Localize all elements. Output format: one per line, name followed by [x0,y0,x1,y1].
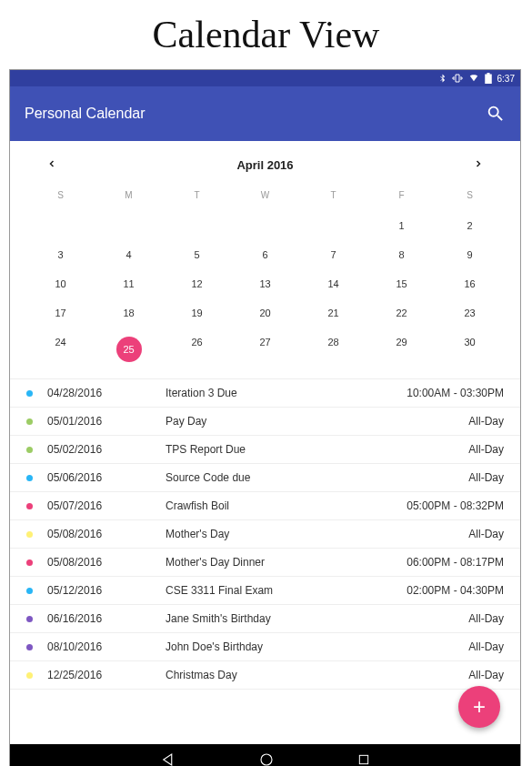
day-header: W [231,183,299,211]
calendar-day[interactable]: 18 [95,298,163,328]
calendar-day[interactable]: 9 [436,240,504,269]
event-time: All-Day [468,471,504,484]
month-label: April 2016 [236,158,293,172]
calendar-day[interactable]: 11 [95,269,163,298]
day-header: S [436,183,504,211]
search-button[interactable] [486,104,506,124]
day-header: T [163,183,231,211]
calendar-day[interactable]: 4 [95,240,163,269]
triangle-back-icon [160,751,176,766]
event-date: 12/25/2016 [47,669,166,681]
event-time: All-Day [468,640,504,653]
calendar-grid: SMTWTFS123456789101112131415161718192021… [10,183,520,371]
calendar-day[interactable]: 5 [163,240,231,269]
event-date: 06/16/2016 [47,612,166,625]
calendar-day[interactable]: 19 [163,298,231,328]
calendar-day[interactable]: 23 [436,298,504,328]
svg-rect-1 [359,755,367,763]
event-row[interactable]: 04/28/2016Iteration 3 Due10:00AM - 03:30… [10,379,520,408]
calendar-day[interactable]: 27 [231,328,299,371]
event-title: Mother's Day [166,528,468,540]
search-icon [486,104,506,124]
chevron-left-icon [46,158,57,169]
bluetooth-icon [438,73,447,84]
event-date: 05/08/2016 [47,556,166,569]
calendar-day[interactable]: 25 [95,328,163,371]
event-row[interactable]: 05/08/2016Mother's DayAll-Day [10,520,520,549]
event-row[interactable]: 05/07/2016Crawfish Boil05:00PM - 08:32PM [10,492,520,520]
day-header: F [367,183,436,211]
event-color-dot [26,616,33,622]
app-title: Personal Calendar [25,106,146,122]
calendar-day[interactable]: 13 [231,269,299,298]
battery-icon [485,73,492,84]
event-title: TPS Report Due [166,443,468,456]
event-row[interactable]: 12/25/2016Christmas DayAll-Day [10,661,520,690]
event-color-dot [26,503,33,509]
calendar-day[interactable]: 8 [367,240,436,269]
event-time: 06:00PM - 08:17PM [407,556,504,569]
status-bar: 6:37 [10,70,520,86]
calendar-day[interactable]: 15 [367,269,436,298]
calendar-day[interactable]: 3 [26,240,95,269]
calendar-day[interactable]: 12 [163,269,231,298]
back-button[interactable] [160,751,176,766]
event-title: Mother's Day Dinner [166,556,407,569]
event-time: All-Day [468,443,504,456]
calendar-blank [299,211,367,240]
event-color-dot [26,644,33,650]
vibrate-icon [452,73,463,84]
event-date: 05/06/2016 [47,471,166,484]
status-time: 6:37 [497,74,515,84]
event-row[interactable]: 05/01/2016Pay DayAll-Day [10,408,520,436]
calendar-day[interactable]: 1 [367,211,436,240]
chevron-right-icon [473,158,484,169]
calendar-day[interactable]: 7 [299,240,367,269]
event-row[interactable]: 08/10/2016John Doe's BirthdayAll-Day [10,633,520,661]
calendar-day[interactable]: 29 [367,328,436,371]
event-title: Pay Day [166,415,468,428]
event-title: CSE 3311 Final Exam [166,584,407,597]
day-header: M [95,183,163,211]
calendar-day[interactable]: 2 [436,211,504,240]
event-color-dot [26,475,33,481]
event-time: All-Day [468,669,504,681]
event-date: 05/12/2016 [47,584,166,597]
event-row[interactable]: 05/08/2016Mother's Day Dinner06:00PM - 0… [10,549,520,577]
plus-icon: + [473,694,486,720]
event-row[interactable]: 06/16/2016Jane Smith's BirthdayAll-Day [10,605,520,633]
event-row[interactable]: 05/02/2016TPS Report DueAll-Day [10,436,520,464]
recents-button[interactable] [356,752,371,766]
prev-month-button[interactable] [46,157,57,172]
android-nav-bar [10,744,520,766]
calendar-day[interactable]: 22 [367,298,436,328]
event-color-dot [26,588,33,594]
home-button[interactable] [258,751,275,766]
event-list: 04/28/2016Iteration 3 Due10:00AM - 03:30… [10,378,520,690]
calendar-day[interactable]: 26 [163,328,231,371]
calendar-blank [95,211,163,240]
month-navigation: April 2016 [10,141,520,183]
calendar-day[interactable]: 6 [231,240,299,269]
calendar-day[interactable]: 21 [299,298,367,328]
next-month-button[interactable] [473,157,484,172]
event-date: 05/07/2016 [47,499,166,512]
calendar-day[interactable]: 10 [26,269,95,298]
calendar-day[interactable]: 30 [436,328,504,371]
page-heading: Calendar View [0,0,532,69]
event-date: 05/02/2016 [47,443,166,456]
calendar-day[interactable]: 14 [299,269,367,298]
event-row[interactable]: 05/06/2016Source Code dueAll-Day [10,464,520,492]
calendar-day[interactable]: 20 [231,298,299,328]
calendar-day[interactable]: 17 [26,298,95,328]
add-event-button[interactable]: + [458,686,500,728]
event-title: Iteration 3 Due [166,387,407,399]
day-header: T [299,183,367,211]
calendar-day[interactable]: 28 [299,328,367,371]
calendar-day[interactable]: 16 [436,269,504,298]
calendar-day[interactable]: 24 [26,328,95,371]
event-title: Crawfish Boil [166,499,407,512]
event-row[interactable]: 05/12/2016CSE 3311 Final Exam02:00PM - 0… [10,577,520,605]
event-title: John Doe's Birthday [166,640,468,653]
wifi-icon [468,74,479,83]
